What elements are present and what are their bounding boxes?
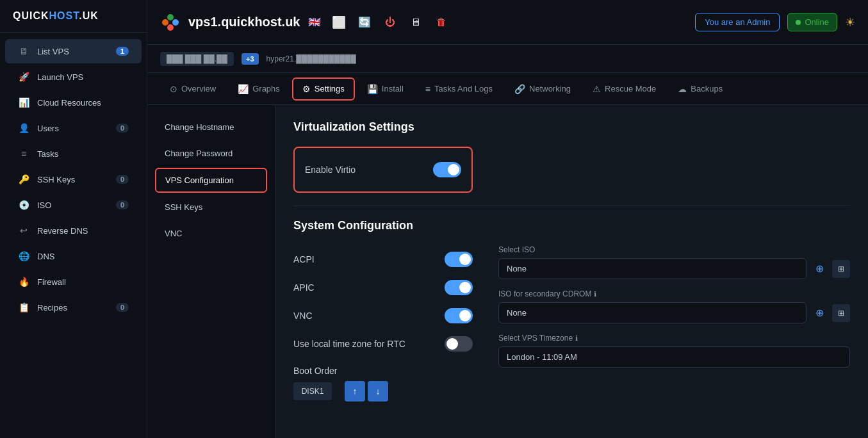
sidebar-nav: 🖥 List VPS 1 🚀 Launch VPS 📊 Cloud Resour… <box>0 33 147 438</box>
add-iso-secondary-button[interactable]: ⊕ <box>810 304 828 322</box>
local-time-label: Use local time zone for RTC <box>293 339 405 349</box>
select-iso-label: Select ISO <box>498 245 850 254</box>
vnc-row: VNC <box>293 302 473 330</box>
sidebar-label-users: Users <box>37 124 59 133</box>
add-iso-button[interactable]: ⊕ <box>810 260 828 278</box>
enable-virtio-row: Enable Virtio <box>305 156 461 184</box>
menu-ssh-keys[interactable]: SSH Keys <box>155 195 267 219</box>
overview-icon: ⊙ <box>170 84 177 94</box>
list-vps-icon: 🖥 <box>18 45 29 57</box>
ssh-keys-menu-label: SSH Keys <box>165 202 202 212</box>
settings-right-panel: Virtualization Settings Enable Virtio <box>275 105 868 438</box>
sidebar-item-users[interactable]: 👤 Users 0 <box>5 116 142 140</box>
graphs-icon: 📈 <box>238 84 249 94</box>
svg-point-3 <box>167 24 174 31</box>
tab-overview-label: Overview <box>181 84 216 93</box>
tab-tasks-logs[interactable]: ≡ Tasks And Logs <box>416 78 502 100</box>
config-grid: ACPI APIC <box>293 245 850 412</box>
settings-icon: ⚙ <box>302 84 311 94</box>
enable-virtio-toggle[interactable] <box>433 162 461 177</box>
tab-install[interactable]: 💾 Install <box>357 78 413 100</box>
networking-icon: 🔗 <box>514 84 525 94</box>
power-button[interactable]: ⏻ <box>380 12 400 33</box>
boot-up-button[interactable]: ↑ <box>345 381 365 402</box>
apic-toggle[interactable] <box>445 280 473 295</box>
grid-iso-secondary-button[interactable]: ⊞ <box>832 304 850 322</box>
timezone-info-icon: ℹ <box>575 334 578 343</box>
admin-badge: You are an Admin <box>695 13 780 31</box>
menu-change-hostname[interactable]: Change Hostname <box>155 115 267 139</box>
console-button[interactable]: 🖥 <box>405 12 426 33</box>
users-icon: 👤 <box>18 122 29 134</box>
tab-overview[interactable]: ⊙ Overview <box>160 78 225 100</box>
backups-icon: ☁ <box>678 84 687 94</box>
timezone-dropdown[interactable]: London - 11:09 AM <box>498 346 850 368</box>
header: vps1.quickhost.uk 🇬🇧 ⬜ 🔄 ⏻ 🖥 🗑 You are a… <box>147 0 868 45</box>
logo-text: QUICKHOST.UK <box>13 10 99 21</box>
sidebar-label-dns: DNS <box>37 252 54 261</box>
vnc-toggle[interactable] <box>445 308 473 323</box>
sidebar-item-ssh-keys[interactable]: 🔑 SSH Keys 0 <box>5 167 142 191</box>
rescue-icon: ⚠ <box>593 84 601 94</box>
sidebar-item-dns[interactable]: 🌐 DNS <box>5 244 142 268</box>
timezone-label: Select VPS Timezone ℹ <box>498 334 850 343</box>
sidebar-item-launch-vps[interactable]: 🚀 Launch VPS <box>5 65 142 89</box>
ssh-keys-icon: 🔑 <box>18 174 29 185</box>
timezone-group: Select VPS Timezone ℹ London - 11:09 AM <box>498 334 850 368</box>
sidebar-item-list-vps[interactable]: 🖥 List VPS 1 <box>5 39 142 63</box>
sidebar-item-recipes[interactable]: 📋 Recipes 0 <box>5 295 142 320</box>
tab-settings[interactable]: ⚙ Settings <box>292 77 355 101</box>
section-divider-1 <box>293 206 850 206</box>
system-config-section: System Configuration ACPI <box>293 219 850 412</box>
ssh-keys-badge: 0 <box>116 175 129 184</box>
tab-backups[interactable]: ☁ Backups <box>668 78 732 100</box>
vnc-slider <box>445 308 473 323</box>
iso-secondary-group: ISO for secondary CDROM ℹ None ⊕ ⊞ <box>498 289 850 323</box>
menu-change-password[interactable]: Change Password <box>155 142 267 165</box>
grid-iso-button[interactable]: ⊞ <box>832 260 850 278</box>
online-badge: Online <box>787 13 837 31</box>
apic-label: APIC <box>293 282 315 293</box>
delete-button[interactable]: 🗑 <box>431 12 452 33</box>
menu-vps-configuration[interactable]: VPS Configuration <box>155 168 267 193</box>
stop-button[interactable]: ⬜ <box>329 12 349 33</box>
online-dot <box>796 20 801 25</box>
system-config-title: System Configuration <box>293 219 850 232</box>
sidebar: QUICKHOST.UK 🖥 List VPS 1 🚀 Launch VPS <box>0 0 147 438</box>
sidebar-item-iso[interactable]: 💿 ISO 0 <box>5 193 142 217</box>
tasks-icon: ≡ <box>18 148 29 159</box>
sidebar-label-firewall: Firewall <box>37 277 66 287</box>
sidebar-item-cloud-resources[interactable]: 📊 Cloud Resources <box>5 90 142 115</box>
vps-logo-icon <box>160 12 181 33</box>
dns-icon: 🌐 <box>18 250 29 262</box>
local-time-slider <box>445 336 473 352</box>
theme-toggle-icon[interactable]: ☀ <box>845 15 855 29</box>
virtio-box: Enable Virtio <box>293 147 473 193</box>
tab-networking[interactable]: 🔗 Networking <box>505 78 580 100</box>
iso-secondary-info-icon: ℹ <box>594 290 596 298</box>
tab-graphs-label: Graphs <box>252 84 280 93</box>
hyper-host: hyper21.███████████ <box>266 54 356 63</box>
svg-point-0 <box>162 19 168 26</box>
sub-header: ███ ███ ██.██ +3 hyper21.███████████ <box>147 45 868 73</box>
boot-order-group: Boot Order DISK1 ↑ ↓ <box>293 366 473 402</box>
virtio-toggle-slider <box>433 162 461 177</box>
menu-vnc[interactable]: VNC <box>155 222 267 245</box>
select-iso-dropdown[interactable]: None <box>498 258 807 279</box>
local-time-toggle[interactable] <box>445 336 473 352</box>
header-title: vps1.quickhost.uk <box>188 15 300 29</box>
tab-graphs[interactable]: 📈 Graphs <box>228 78 290 100</box>
sidebar-item-reverse-dns[interactable]: ↩ Reverse DNS <box>5 218 142 243</box>
tab-rescue-mode[interactable]: ⚠ Rescue Mode <box>583 78 666 100</box>
content-area: Change Hostname Change Password VPS Conf… <box>147 105 868 438</box>
restart-button[interactable]: 🔄 <box>354 12 375 33</box>
acpi-toggle[interactable] <box>445 252 473 267</box>
reverse-dns-icon: ↩ <box>18 225 29 236</box>
sidebar-item-firewall[interactable]: 🔥 Firewall <box>5 270 142 294</box>
sidebar-item-tasks[interactable]: ≡ Tasks <box>5 142 142 166</box>
timezone-wrapper: London - 11:09 AM <box>498 346 850 368</box>
sidebar-logo: QUICKHOST.UK <box>0 0 147 33</box>
tabs-bar: ⊙ Overview 📈 Graphs ⚙ Settings 💾 Install… <box>147 73 868 105</box>
iso-secondary-dropdown[interactable]: None <box>498 302 807 323</box>
boot-down-button[interactable]: ↓ <box>368 381 388 402</box>
